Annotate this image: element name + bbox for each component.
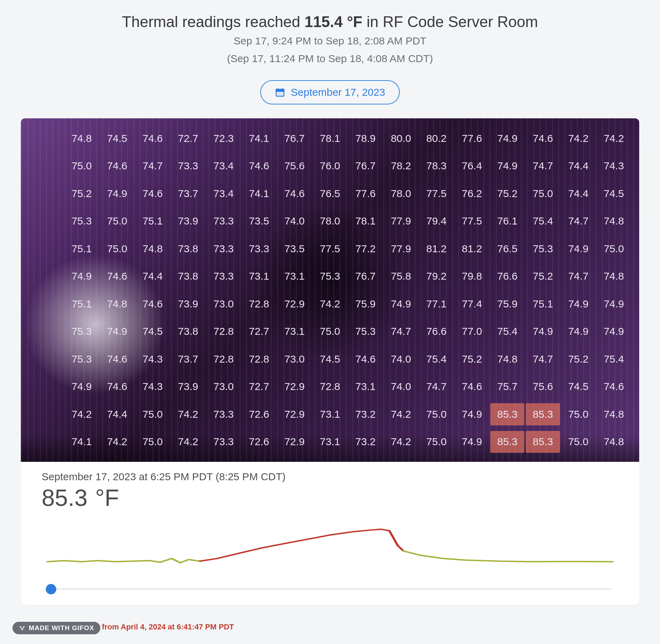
thermal-cell: 77.6 xyxy=(454,125,490,152)
thermal-cell: 75.0 xyxy=(99,235,135,263)
thermal-cell: 73.0 xyxy=(206,373,241,401)
thermal-cell: 73.2 xyxy=(348,400,383,428)
thermal-cell: 74.2 xyxy=(170,428,206,456)
thermal-cell: 74.2 xyxy=(312,290,348,318)
thermal-cell: 75.3 xyxy=(64,318,99,346)
thermal-cell: 75.4 xyxy=(490,318,525,346)
thermal-cell: 74.0 xyxy=(383,345,418,373)
thermal-cell: 74.9 xyxy=(99,318,135,346)
made-with-badge[interactable]: MADE WITH GIFOX xyxy=(12,622,100,634)
thermal-cell: 72.9 xyxy=(277,290,312,318)
thermal-cell: 74.9 xyxy=(490,152,525,180)
timeline-scrubber[interactable] xyxy=(42,584,611,594)
thermal-cell: 76.6 xyxy=(419,318,454,346)
thermal-cell: 74.2 xyxy=(170,400,206,428)
thermal-cell: 74.9 xyxy=(99,180,135,207)
thermal-cell xyxy=(28,290,64,318)
thermal-cell: 74.9 xyxy=(596,318,632,346)
thermal-cell: 73.7 xyxy=(170,345,206,373)
thermal-cell: 74.5 xyxy=(99,125,135,152)
thermal-cell: 73.4 xyxy=(206,180,241,207)
thermal-cell: 74.9 xyxy=(490,125,525,152)
thermal-cell: 75.0 xyxy=(596,235,632,263)
thermal-cell: 85.3 xyxy=(525,428,560,456)
headline-suffix: in RF Code Server Room xyxy=(362,13,538,30)
thermal-cell: 74.9 xyxy=(454,400,490,428)
thermal-cell: 81.2 xyxy=(419,235,454,263)
thermal-cell: 74.2 xyxy=(383,428,418,456)
thermal-cell: 73.1 xyxy=(277,263,312,290)
thermal-cell: 74.4 xyxy=(135,263,170,290)
thermal-cell: 78.3 xyxy=(419,152,454,180)
thermal-cell: 73.3 xyxy=(241,235,277,263)
date-picker-button[interactable]: September 17, 2023 xyxy=(260,80,400,104)
chart-series-post-green xyxy=(404,551,613,562)
thermal-cell xyxy=(28,207,64,235)
thermal-cell: 75.9 xyxy=(490,290,525,318)
thermal-cell: 74.6 xyxy=(99,373,135,401)
thermal-cell: 74.6 xyxy=(277,180,312,207)
thermal-cell xyxy=(28,373,64,401)
thermal-cell: 74.9 xyxy=(596,290,632,318)
chart-svg xyxy=(42,522,618,581)
thermal-cell: 75.1 xyxy=(135,207,170,235)
thermal-cell: 73.3 xyxy=(206,428,241,456)
reading-timestamp: September 17, 2023 at 6:25 PM PDT (8:25 … xyxy=(42,471,618,483)
thermal-cell xyxy=(28,263,64,290)
thermal-cell: 73.0 xyxy=(277,345,312,373)
thermal-cell xyxy=(28,125,64,152)
thermal-cell: 75.1 xyxy=(64,235,99,263)
thermal-cell: 73.3 xyxy=(170,152,206,180)
thermal-cell: 74.1 xyxy=(64,428,99,456)
thermal-cell: 75.0 xyxy=(561,400,596,428)
thermal-cell: 75.2 xyxy=(490,180,525,207)
thermal-cell: 75.3 xyxy=(64,345,99,373)
thermal-cell: 78.0 xyxy=(383,180,418,207)
thermal-cell: 74.4 xyxy=(561,152,596,180)
reading-value: 85.3 °F xyxy=(42,484,618,511)
thermal-cell xyxy=(28,318,64,346)
thermal-cell: 72.8 xyxy=(312,373,348,401)
chart-series-pre-green xyxy=(48,559,200,563)
thermal-cell: 74.5 xyxy=(135,318,170,346)
thermal-cell: 73.7 xyxy=(170,180,206,207)
thermal-cell: 75.1 xyxy=(64,290,99,318)
svg-rect-1 xyxy=(276,89,284,91)
scrubber-handle[interactable] xyxy=(46,584,56,594)
thermal-cell: 74.8 xyxy=(596,207,632,235)
thermal-cell: 74.9 xyxy=(525,318,560,346)
thermal-cell: 75.4 xyxy=(525,207,560,235)
thermal-cell xyxy=(28,428,64,456)
current-reading-block: September 17, 2023 at 6:25 PM PDT (8:25 … xyxy=(21,462,639,518)
thermal-cell: 73.8 xyxy=(170,263,206,290)
thermal-cell: 74.6 xyxy=(454,373,490,401)
thermal-cell: 74.8 xyxy=(135,235,170,263)
thermal-cell: 74.0 xyxy=(383,373,418,401)
time-range-secondary: (Sep 17, 11:24 PM to Sep 18, 4:08 AM CDT… xyxy=(0,52,660,66)
thermal-cell: 74.8 xyxy=(596,428,632,456)
thermal-cell: 75.3 xyxy=(525,235,560,263)
thermal-cell: 78.9 xyxy=(348,125,383,152)
thermal-cell: 76.5 xyxy=(490,235,525,263)
thermal-cell: 76.4 xyxy=(454,152,490,180)
thermal-cell: 75.8 xyxy=(383,263,418,290)
thermal-cell: 75.3 xyxy=(64,207,99,235)
thermal-cell: 72.9 xyxy=(277,373,312,401)
thermal-cell: 81.2 xyxy=(454,235,490,263)
thermal-cell: 75.0 xyxy=(312,318,348,346)
thermal-cell: 75.2 xyxy=(561,345,596,373)
thermal-cell: 74.7 xyxy=(525,152,560,180)
thermal-cell: 75.0 xyxy=(525,180,560,207)
thermal-cell: 74.9 xyxy=(64,373,99,401)
thermal-cell: 74.7 xyxy=(383,318,418,346)
thermal-cell: 75.0 xyxy=(135,428,170,456)
thermal-cell: 75.0 xyxy=(64,152,99,180)
thermal-cell: 75.0 xyxy=(99,207,135,235)
thermal-cell: 73.1 xyxy=(241,263,277,290)
thermal-cell: 76.7 xyxy=(348,263,383,290)
thermal-cell: 75.6 xyxy=(525,373,560,401)
thermal-cell: 85.3 xyxy=(525,400,560,428)
thermal-cell: 72.3 xyxy=(206,125,241,152)
thermal-cell: 75.0 xyxy=(561,428,596,456)
thermal-cell: 78.0 xyxy=(312,207,348,235)
